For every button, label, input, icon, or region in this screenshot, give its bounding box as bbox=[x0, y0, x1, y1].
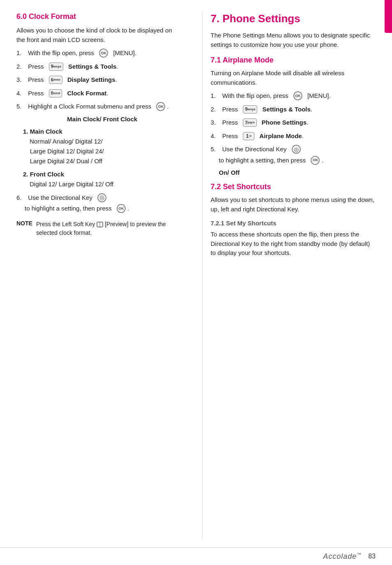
section-7-intro: The Phone Settings Menu allows you to de… bbox=[211, 31, 376, 49]
r-key-7pqrs: 7pqrs bbox=[243, 118, 256, 127]
r-step-5-content: Use the Directional Key ◎ to highlight a… bbox=[219, 145, 376, 165]
step-4-num: 4. bbox=[16, 89, 25, 98]
submenu-item-2: 2. Front Clock Digital 12/ Large Digital… bbox=[23, 169, 182, 189]
on-off-text: On/ Off bbox=[219, 169, 240, 176]
section-721-title: 7.2.1 Set My Shortcuts bbox=[211, 220, 376, 227]
section-71-intro: Turning on Airplane Mode will disable al… bbox=[211, 69, 376, 87]
r-step-2-pretext: Press bbox=[222, 105, 238, 114]
step-6-period: . bbox=[127, 204, 129, 213]
r-step-3-num: 3. bbox=[211, 118, 219, 127]
step-4-content: Press 0next Clock Format. bbox=[25, 89, 108, 98]
ok-icon-5: OK bbox=[156, 102, 165, 111]
note-section: NOTE Press the Left Soft Key [Preview] t… bbox=[16, 220, 182, 237]
step-2-content: Press 9wxyz Settings & Tools. bbox=[25, 62, 118, 72]
content-area: 6.0 Clock Format Allows you to choose th… bbox=[0, 0, 392, 547]
on-off-section: On/ Off bbox=[219, 169, 376, 176]
step-4-pretext: Press bbox=[28, 89, 44, 98]
step-2-num: 2. bbox=[16, 62, 25, 72]
r-step-2-content: Press 9wxyz Settings & Tools. bbox=[219, 105, 313, 114]
key-9wxyz: 9wxyz bbox=[49, 63, 63, 71]
page-container: 6.0 Clock Format Allows you to choose th… bbox=[0, 0, 392, 565]
step-3-content: Press 6mno Display Settings. bbox=[25, 75, 117, 85]
step-3-pretext: Press bbox=[28, 75, 44, 85]
step-3-posttext: Display Settings. bbox=[67, 75, 117, 85]
step-5-num: 5. bbox=[16, 102, 25, 111]
step-1-content: With the flip open, press OK [MENU]. bbox=[25, 49, 136, 58]
r-step-5-num: 5. bbox=[211, 145, 219, 154]
r-key-9wxyz: 9wxyz bbox=[243, 105, 257, 113]
section-60-intro: Allows you to choose the kind of clock t… bbox=[16, 26, 182, 44]
r-step-3-posttext: Phone Settings. bbox=[262, 118, 308, 127]
section-72-title: 7.2 Set Shortcuts bbox=[211, 183, 376, 191]
section-7-title: 7. Phone Settings bbox=[211, 12, 376, 25]
step-3: 3. Press 6mno Display Settings. bbox=[16, 75, 182, 85]
submenu-list: 1. Main Clock Normal/ Analog/ Digital 12… bbox=[23, 127, 182, 189]
note-label: NOTE bbox=[16, 220, 33, 227]
r-ok-icon-5: OK bbox=[311, 156, 320, 165]
section-71-title: 7.1 Airplane Mode bbox=[211, 56, 376, 65]
submenu-item-1: 1. Main Clock Normal/ Analog/ Digital 12… bbox=[23, 127, 182, 166]
footer-brand: Accolade™ bbox=[323, 552, 362, 561]
step-1-num: 1. bbox=[16, 49, 25, 58]
r-step-3: 3. Press 7pqrs Phone Settings. bbox=[211, 118, 376, 127]
footer: Accolade™ 83 bbox=[0, 547, 392, 565]
r-step-1-content: With the flip open, press OK [MENU]. bbox=[219, 91, 331, 101]
r-key-1: 1☆ bbox=[243, 132, 254, 140]
r-ok-icon-1: OK bbox=[293, 91, 302, 100]
r-dir-icon-5: ◎ bbox=[292, 145, 301, 154]
left-column: 6.0 Clock Format Allows you to choose th… bbox=[16, 12, 190, 539]
r-step-4-posttext: Airplane Mode. bbox=[259, 132, 304, 141]
soft-key-icon bbox=[97, 222, 103, 227]
note-content: Press the Left Soft Key [Preview] to pre… bbox=[36, 220, 182, 237]
section-71-steps: 1. With the flip open, press OK [MENU]. … bbox=[211, 91, 376, 165]
footer-page-number: 83 bbox=[368, 553, 376, 560]
step-4: 4. Press 0next Clock Format. bbox=[16, 89, 182, 98]
r-step-5-midtext: to highlight a setting, then press bbox=[219, 156, 306, 165]
submenu-item-2-label: 2. Front Clock bbox=[23, 171, 64, 178]
r-step-3-pretext: Press bbox=[222, 118, 238, 127]
r-step-1-num: 1. bbox=[211, 91, 219, 101]
step-6: 6. Use the Directional Key ◎ to highligh… bbox=[16, 193, 182, 213]
submenu-title: Main Clock/ Front Clock bbox=[23, 116, 182, 123]
step-5-text: Highlight a Clock Format submenu and pre… bbox=[28, 102, 151, 111]
r-step-5: 5. Use the Directional Key ◎ to highligh… bbox=[211, 145, 376, 165]
step-6-num: 6. bbox=[16, 193, 25, 203]
submenu-section: Main Clock/ Front Clock 1. Main Clock No… bbox=[23, 116, 182, 189]
r-step-1-posttext: [MENU]. bbox=[307, 91, 331, 101]
step-6-content: Use the Directional Key ◎ to highlight a… bbox=[25, 193, 182, 213]
r-step-2: 2. Press 9wxyz Settings & Tools. bbox=[211, 105, 376, 114]
r-step-5-pretext: Use the Directional Key bbox=[222, 145, 287, 154]
submenu-item-2-desc: Digital 12/ Large Digital 12/ Off bbox=[30, 181, 113, 188]
key-0next: 0next bbox=[49, 89, 62, 97]
section-721-text: To access these shortcuts open the flip,… bbox=[211, 230, 376, 258]
step-2: 2. Press 9wxyz Settings & Tools. bbox=[16, 62, 182, 72]
brand-name: Accolade bbox=[323, 552, 357, 560]
r-step-2-num: 2. bbox=[211, 105, 219, 114]
r-step-2-posttext: Settings & Tools. bbox=[263, 105, 312, 114]
step-1: 1. With the flip open, press OK [MENU]. bbox=[16, 49, 182, 58]
ok-icon-6: OK bbox=[117, 204, 126, 213]
r-step-4: 4. Press 1☆ Airplane Mode. bbox=[211, 132, 376, 141]
ok-icon-1: OK bbox=[99, 49, 108, 58]
step-3-num: 3. bbox=[16, 75, 25, 85]
key-6mno: 6mno bbox=[49, 76, 62, 84]
step6-list: 6. Use the Directional Key ◎ to highligh… bbox=[16, 193, 182, 213]
pink-tab bbox=[385, 0, 392, 33]
r-step-1-pretext: With the flip open, press bbox=[222, 91, 288, 101]
step-6-pretext: Use the Directional Key bbox=[28, 193, 92, 203]
r-step-4-content: Press 1☆ Airplane Mode. bbox=[219, 132, 304, 141]
trademark-symbol: ™ bbox=[357, 552, 362, 557]
r-step-1: 1. With the flip open, press OK [MENU]. bbox=[211, 91, 376, 101]
section-60-steps: 1. With the flip open, press OK [MENU]. … bbox=[16, 49, 182, 111]
r-step-4-pretext: Press bbox=[222, 132, 238, 141]
step-1-pretext: With the flip open, press bbox=[28, 49, 94, 58]
step-2-posttext: Settings & Tools. bbox=[68, 62, 118, 72]
submenu-item-1-desc: Normal/ Analog/ Digital 12/ Large Digita… bbox=[23, 138, 104, 164]
section-60-title: 6.0 Clock Format bbox=[16, 12, 182, 21]
step-1-posttext: [MENU]. bbox=[113, 49, 136, 58]
r-step-4-num: 4. bbox=[211, 132, 219, 141]
step-5-period: . bbox=[167, 102, 168, 111]
step-2-pretext: Press bbox=[28, 62, 44, 72]
right-column: 7. Phone Settings The Phone Settings Men… bbox=[202, 12, 376, 539]
section-72-intro: Allows you to set shortcuts to phone men… bbox=[211, 195, 376, 214]
